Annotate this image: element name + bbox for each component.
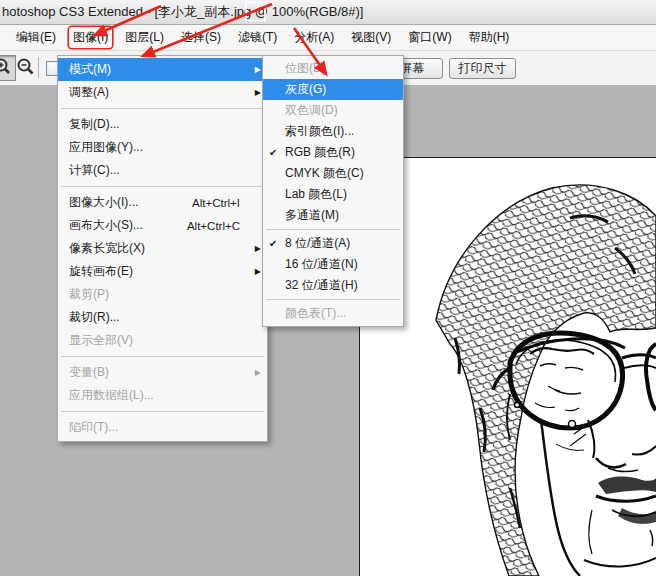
- photoshop-window: hotoshop CS3 Extended - [李小龙_副本.jpg @ 10…: [0, 0, 656, 576]
- menu-item-lab-color[interactable]: Lab 颜色(L): [263, 184, 403, 205]
- menu-item-label: 画布大小(S)...: [69, 217, 187, 234]
- submenu-arrow-icon: ▶: [252, 267, 261, 276]
- menu-item-16-bits-channel[interactable]: 16 位/通道(N): [263, 254, 403, 275]
- menu-item-label: 位图(B): [285, 60, 376, 77]
- check-icon: ✔: [269, 147, 285, 158]
- menu-item-label: 调整(A): [69, 84, 240, 101]
- menu-separator: [61, 186, 264, 187]
- menu-item-calculations[interactable]: 计算(C)...: [58, 159, 267, 182]
- zoom-in-tool-button[interactable]: [0, 55, 16, 81]
- menu-bar: 编辑(E)图像(I)图层(L)选择(S)滤镜(T)分析(A)视图(V)窗口(W)…: [0, 25, 656, 51]
- menu-item-label: 16 位/通道(N): [285, 256, 376, 273]
- title-bar: hotoshop CS3 Extended - [李小龙_副本.jpg @ 10…: [0, 0, 656, 25]
- menu-item-label: 陷印(T)...: [69, 419, 240, 436]
- menu-item-label: 裁剪(P): [69, 286, 240, 303]
- menu-item-32-bits-channel[interactable]: 32 位/通道(H): [263, 275, 403, 296]
- submenu-arrow-icon: ▶: [252, 88, 261, 97]
- menu-item-canvas-size[interactable]: 画布大小(S)...Alt+Ctrl+C: [58, 214, 267, 237]
- menu-item-label: Lab 颜色(L): [285, 186, 376, 203]
- sketch-portrait-svg: [360, 158, 656, 576]
- shortcut-label: Alt+Ctrl+C: [187, 220, 240, 232]
- check-icon: ✔: [269, 238, 285, 249]
- menu-item-cmyk-color[interactable]: CMYK 颜色(C): [263, 163, 403, 184]
- menu-item-label: 像素长宽比(X): [69, 240, 240, 257]
- menu-item-label: 显示全部(V): [69, 332, 240, 349]
- menu-item-label: 32 位/通道(H): [285, 277, 376, 294]
- magnifier-minus-icon: [15, 57, 37, 79]
- menu-item-trap: 陷印(T)...: [58, 416, 267, 439]
- menu-item-color-table: 颜色表(T)...: [263, 303, 403, 324]
- menu-separator: [266, 299, 400, 300]
- submenu-arrow-icon: ▶: [252, 65, 261, 74]
- mode-submenu: 位图(B)灰度(G)双色调(D)索引颜色(I)...✔RGB 颜色(R)CMYK…: [262, 55, 404, 327]
- menu-item-label: 应用数据组(L)...: [69, 387, 240, 404]
- menu-item-duplicate[interactable]: 复制(D)...: [58, 113, 267, 136]
- menu-item-label: 应用图像(Y)...: [69, 139, 240, 156]
- menu-item-mode[interactable]: 模式(M)▶: [58, 58, 267, 81]
- menu-item-apply-image[interactable]: 应用图像(Y)...: [58, 136, 267, 159]
- window-title: hotoshop CS3 Extended - [李小龙_副本.jpg @ 10…: [0, 3, 363, 21]
- menu-item-duotone: 双色调(D): [263, 100, 403, 121]
- menubar-item-edit[interactable]: 编辑(E): [12, 27, 60, 48]
- zoom-out-tool-button[interactable]: [15, 57, 37, 79]
- menu-item-indexed-color[interactable]: 索引颜色(I)...: [263, 121, 403, 142]
- shortcut-label: Alt+Ctrl+I: [192, 197, 240, 209]
- menubar-item-select[interactable]: 选择(S): [177, 27, 225, 48]
- menu-item-8-bits-channel[interactable]: ✔8 位/通道(A): [263, 233, 403, 254]
- menu-item-rotate-canvas[interactable]: 旋转画布(E)▶: [58, 260, 267, 283]
- sketch-lips: [596, 477, 656, 524]
- menu-item-variables: 变量(B)▶: [58, 361, 267, 384]
- menu-item-label: 颜色表(T)...: [285, 305, 376, 322]
- menu-item-label: CMYK 颜色(C): [285, 165, 376, 182]
- menu-item-label: 旋转画布(E): [69, 263, 240, 280]
- separator: [38, 57, 39, 78]
- submenu-arrow-icon: ▶: [252, 244, 261, 253]
- menu-item-label: 多通道(M): [285, 207, 376, 224]
- menu-item-adjustments[interactable]: 调整(A)▶: [58, 81, 267, 104]
- menubar-item-help[interactable]: 帮助(H): [465, 27, 514, 48]
- menu-item-grayscale[interactable]: 灰度(G): [263, 79, 403, 100]
- menubar-item-image[interactable]: 图像(I): [69, 27, 112, 48]
- menu-separator: [61, 108, 264, 109]
- menu-item-label: RGB 颜色(R): [285, 144, 376, 161]
- print-size-button[interactable]: 打印尺寸: [449, 58, 516, 79]
- menu-item-label: 模式(M): [69, 61, 240, 78]
- submenu-arrow-icon: ▶: [252, 368, 261, 377]
- menu-item-trim[interactable]: 裁切(R)...: [58, 306, 267, 329]
- menu-item-apply-data-set: 应用数据组(L)...: [58, 384, 267, 407]
- image-menu-dropdown: 模式(M)▶调整(A)▶复制(D)...应用图像(Y)...计算(C)...图像…: [57, 55, 268, 442]
- menu-item-label: 灰度(G): [285, 81, 376, 98]
- menu-item-reveal-all: 显示全部(V): [58, 329, 267, 352]
- menu-item-label: 8 位/通道(A): [285, 235, 376, 252]
- menu-item-label: 复制(D)...: [69, 116, 240, 133]
- magnifier-plus-icon: [0, 56, 15, 78]
- menu-item-label: 索引颜色(I)...: [285, 123, 376, 140]
- menu-item-label: 计算(C)...: [69, 162, 240, 179]
- menubar-item-window[interactable]: 窗口(W): [404, 27, 455, 48]
- menu-item-bitmap: 位图(B): [263, 58, 403, 79]
- menu-item-label: 裁切(R)...: [69, 309, 240, 326]
- menu-item-label: 图像大小(I)...: [69, 194, 192, 211]
- sketch-nose: [570, 420, 656, 472]
- menu-item-image-size[interactable]: 图像大小(I)...Alt+Ctrl+I: [58, 191, 267, 214]
- menubar-item-layer[interactable]: 图层(L): [121, 27, 168, 48]
- menu-item-pixel-aspect-ratio[interactable]: 像素长宽比(X)▶: [58, 237, 267, 260]
- menubar-item-filter[interactable]: 滤镜(T): [234, 27, 281, 48]
- menu-item-multichannel[interactable]: 多通道(M): [263, 205, 403, 226]
- menu-item-rgb-color[interactable]: ✔RGB 颜色(R): [263, 142, 403, 163]
- menu-separator: [61, 356, 264, 357]
- menu-item-label: 变量(B): [69, 364, 240, 381]
- menu-item-label: 双色调(D): [285, 102, 376, 119]
- menu-item-crop: 裁剪(P): [58, 283, 267, 306]
- menu-separator: [61, 411, 264, 412]
- menubar-item-view[interactable]: 视图(V): [347, 27, 395, 48]
- menubar-item-analysis[interactable]: 分析(A): [290, 27, 338, 48]
- menu-separator: [266, 229, 400, 230]
